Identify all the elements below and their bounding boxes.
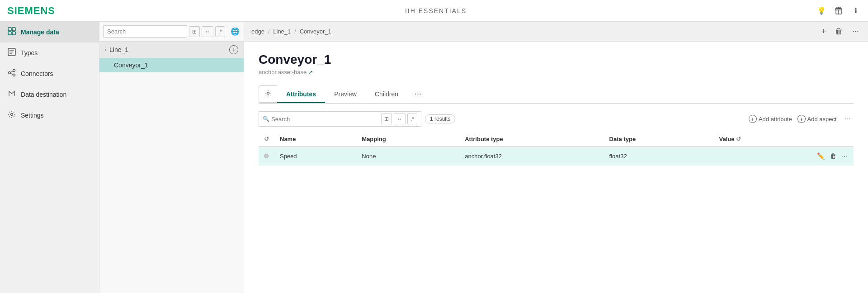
tree-add-line1-btn[interactable]: +: [229, 45, 238, 54]
sidebar-item-data-destination-label: Data destination: [21, 91, 66, 98]
breadcrumb-sep-1: /: [268, 28, 269, 35]
row-status: [259, 146, 274, 165]
more-options-btn[interactable]: ···: [850, 26, 861, 37]
th-refresh-icon: ↺: [264, 136, 269, 142]
tree-search-input[interactable]: [103, 25, 187, 38]
gift-icon[interactable]: [834, 6, 844, 16]
svg-rect-6: [12, 32, 15, 35]
sidebar-item-types[interactable]: Types: [0, 43, 99, 63]
attr-actions: + Add attribute + Add aspect ···: [749, 113, 854, 125]
topbar-action-icons: 💡 ℹ: [816, 6, 861, 16]
tree-item-line1-label: Line_1: [109, 46, 128, 53]
svg-line-15: [11, 73, 13, 75]
sidebar-item-manage-data[interactable]: Manage data: [0, 22, 99, 43]
lightbulb-icon[interactable]: 💡: [816, 6, 826, 16]
row-mapping: None: [356, 146, 459, 165]
attr-search-arrows-btn[interactable]: ↔: [394, 113, 406, 124]
tab-children[interactable]: Children: [366, 86, 407, 103]
add-attribute-icon: +: [749, 115, 757, 123]
svg-point-12: [13, 70, 15, 72]
th-name: Name: [274, 132, 356, 146]
tree-search-regex-btn[interactable]: .*: [215, 26, 225, 37]
row-attribute-type: anchor.float32: [459, 146, 604, 165]
attr-search-input[interactable]: [271, 116, 379, 123]
tabs-more-btn[interactable]: ···: [409, 85, 427, 103]
attributes-table: ↺ Name Mapping Attribute type Data type …: [259, 132, 854, 165]
asset-subtitle-link-icon[interactable]: ↗: [308, 69, 313, 76]
tree-search-expand-btn[interactable]: ⊞: [189, 26, 200, 37]
svg-rect-5: [8, 32, 11, 35]
row-data-type: float32: [604, 146, 714, 165]
breadcrumb-bar: edge / Line_1 / Conveyor_1 + 🗑 ···: [244, 22, 868, 42]
breadcrumb-edge[interactable]: edge: [251, 28, 264, 35]
attr-search-icon: 🔍: [263, 116, 269, 122]
svg-rect-4: [12, 28, 15, 31]
breadcrumb-sep-2: /: [294, 28, 296, 35]
row-actions: ✏️ 🗑 ···: [811, 146, 854, 165]
status-dot: [264, 154, 269, 158]
sidebar-item-connectors-label: Connectors: [21, 70, 53, 77]
sidebar-item-connectors[interactable]: Connectors: [0, 63, 99, 84]
table-row[interactable]: Speed None anchor.float32 float32 ✏️ 🗑 ·…: [259, 146, 854, 165]
delete-asset-btn[interactable]: 🗑: [833, 26, 845, 37]
asset-detail-panel: Conveyor_1 anchor.asset-base ↗ Attribute…: [244, 42, 868, 293]
row-name: Speed: [274, 146, 356, 165]
svg-line-14: [11, 71, 13, 72]
tab-preview[interactable]: Preview: [325, 86, 366, 103]
tree-item-conveyor1-label: Conveyor_1: [114, 61, 148, 69]
breadcrumb-line1[interactable]: Line_1: [273, 28, 291, 35]
th-status: ↺: [259, 132, 274, 146]
sidebar: Manage data Types: [0, 22, 99, 293]
data-destination-icon: [7, 90, 16, 99]
th-value-refresh-icon: ↺: [736, 136, 741, 142]
svg-point-16: [11, 113, 13, 116]
tab-attributes[interactable]: Attributes: [277, 86, 325, 103]
sidebar-item-data-destination[interactable]: Data destination: [0, 84, 99, 105]
sidebar-item-types-label: Types: [21, 49, 38, 57]
sidebar-item-settings[interactable]: Settings: [0, 105, 99, 126]
tree-item-conveyor1[interactable]: Conveyor_1: [99, 58, 244, 72]
attributes-toolbar: 🔍 ⊞ ↔ .* 1 results + Add attribute + Add…: [259, 111, 854, 127]
results-badge: 1 results: [425, 114, 455, 123]
breadcrumb-conveyor1[interactable]: Conveyor_1: [300, 28, 331, 35]
tree-search-arrows-btn[interactable]: ↔: [202, 26, 213, 37]
svg-point-17: [267, 92, 269, 94]
svg-point-13: [13, 74, 15, 76]
tree-search-bar: ⊞ ↔ .* 🌐: [99, 22, 244, 42]
table-more-btn[interactable]: ···: [842, 113, 854, 125]
th-attribute-type: Attribute type: [459, 132, 604, 146]
svg-point-11: [9, 72, 11, 74]
asset-subtitle: anchor.asset-base ↗: [259, 69, 854, 76]
add-aspect-icon: +: [797, 115, 806, 123]
row-value: [714, 146, 811, 165]
settings-icon: [7, 110, 16, 120]
row-edit-btn[interactable]: ✏️: [816, 151, 826, 161]
connectors-icon: [7, 69, 16, 79]
breadcrumb-actions: + 🗑 ···: [819, 26, 861, 37]
add-aspect-btn[interactable]: + Add aspect: [797, 115, 837, 123]
row-delete-btn[interactable]: 🗑: [829, 151, 837, 161]
attr-search-wrap: 🔍 ⊞ ↔ .*: [259, 111, 421, 127]
sidebar-item-manage-data-label: Manage data: [21, 28, 59, 36]
types-icon: [7, 48, 16, 58]
sidebar-item-settings-label: Settings: [21, 112, 44, 119]
add-attribute-btn[interactable]: + Add attribute: [749, 115, 792, 123]
th-value: Value ↺: [714, 132, 811, 146]
tree-item-line1[interactable]: ‹ Line_1 +: [99, 42, 244, 58]
info-icon[interactable]: ℹ: [851, 6, 861, 16]
siemens-logo: SIEMENS: [7, 5, 55, 17]
row-more-btn[interactable]: ···: [841, 151, 848, 161]
th-data-type: Data type: [604, 132, 714, 146]
tree-globe-btn[interactable]: 🌐: [227, 25, 243, 38]
asset-title: Conveyor_1: [259, 52, 854, 67]
right-panel: edge / Line_1 / Conveyor_1 + 🗑 ··· Conve…: [244, 22, 868, 293]
asset-tree-panel: ⊞ ↔ .* 🌐 ‹ Line_1 + Conveyor_1: [99, 22, 244, 293]
attr-search-regex-btn[interactable]: .*: [407, 113, 417, 124]
attr-search-expand-btn[interactable]: ⊞: [381, 113, 392, 124]
th-actions: [811, 132, 854, 146]
app-title: IIH ESSENTIALS: [405, 7, 467, 14]
th-mapping: Mapping: [356, 132, 459, 146]
tab-gear-btn[interactable]: [259, 85, 277, 103]
add-asset-btn[interactable]: +: [819, 26, 828, 37]
svg-rect-3: [8, 28, 11, 31]
